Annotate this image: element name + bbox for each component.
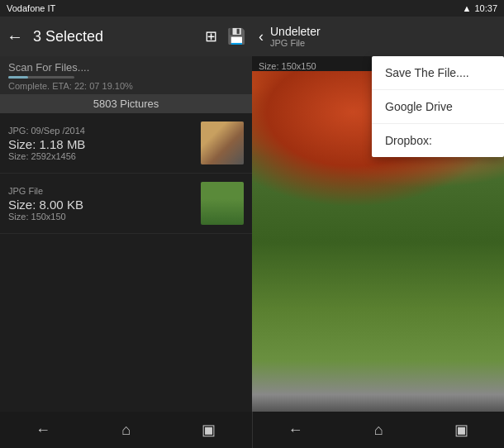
status-bar: Vodafone IT ▲ 10:37	[0, 0, 504, 17]
dropdown-item-gdrive[interactable]: Google Drive	[372, 90, 504, 124]
thumb-image-1	[201, 122, 244, 164]
status-right: ▲ 10:37	[463, 3, 497, 13]
save-icon[interactable]: 💾	[227, 27, 245, 45]
list-item[interactable]: JPG File Size: 8.00 KB Size: 150x150	[0, 174, 252, 234]
dropdown-item-dropbox[interactable]: Dropbox:	[372, 124, 504, 157]
progress-bar-fill	[8, 76, 28, 79]
file-type-2: JPG File	[8, 186, 201, 196]
right-panel: ‹ Undeleter JPG File Save The File.... G…	[252, 17, 504, 412]
right-nav-section: ← ⌂ ▣	[253, 412, 505, 448]
file-thumb-1	[201, 122, 244, 164]
scan-label: Scan For Files....	[8, 61, 244, 74]
file-size-label: Size: 150x150	[259, 61, 316, 71]
list-item[interactable]: JPG: 09/Sep /2014 Size: 1.18 MB Size: 25…	[0, 113, 252, 174]
left-nav-section: ← ⌂ ▣	[0, 412, 253, 448]
pictures-header: 5803 Pictures	[0, 94, 252, 113]
file-info-1: JPG: 09/Sep /2014 Size: 1.18 MB Size: 25…	[8, 126, 201, 161]
right-app-title: Undeleter	[270, 25, 497, 38]
scan-status: Complete. ETA: 22: 07 19.10%	[8, 81, 244, 91]
left-toolbar: ← 3 Selected ⊞ 💾	[0, 17, 252, 56]
file-size-2: Size: 8.00 KB	[8, 198, 201, 212]
left-recents-nav-button[interactable]: ▣	[193, 417, 224, 442]
nav-bar: ← ⌂ ▣ ← ⌂ ▣	[0, 412, 504, 448]
carrier-label: Vodafone IT	[7, 3, 55, 13]
toolbar-icons: ⊞ 💾	[205, 27, 245, 45]
left-home-nav-button[interactable]: ⌂	[113, 418, 139, 442]
left-back-nav-button[interactable]: ←	[27, 418, 59, 442]
wifi-icon: ▲	[463, 3, 472, 13]
dropdown-item-save[interactable]: Save The File....	[372, 56, 504, 90]
dropdown-menu: Save The File.... Google Drive Dropbox:	[372, 56, 504, 157]
right-home-nav-button[interactable]: ⌂	[366, 418, 392, 442]
right-back-button[interactable]: ‹	[259, 28, 264, 45]
right-back-nav-button[interactable]: ←	[280, 418, 311, 442]
file-info-2: JPG File Size: 8.00 KB Size: 150x150	[8, 186, 201, 222]
file-type-1: JPG: 09/Sep /2014	[8, 126, 201, 136]
grid-icon[interactable]: ⊞	[205, 27, 217, 45]
selection-title: 3 Selected	[33, 28, 195, 45]
file-size-1: Size: 1.18 MB	[8, 137, 201, 151]
right-toolbar-info: Undeleter JPG File	[270, 25, 497, 48]
thumb-image-2	[201, 182, 244, 225]
main-content: ← 3 Selected ⊞ 💾 Scan For Files.... Comp…	[0, 17, 504, 412]
right-toolbar: ‹ Undeleter JPG File Save The File.... G…	[252, 17, 504, 56]
scan-bar: Scan For Files.... Complete. ETA: 22: 07…	[0, 56, 252, 94]
file-dim-2: Size: 150x150	[8, 212, 201, 222]
file-thumb-2	[201, 182, 244, 225]
right-file-type: JPG File	[270, 38, 497, 48]
time-label: 10:37	[474, 3, 497, 13]
file-list: JPG: 09/Sep /2014 Size: 1.18 MB Size: 25…	[0, 113, 252, 412]
back-button[interactable]: ←	[7, 27, 23, 46]
right-recents-nav-button[interactable]: ▣	[446, 417, 477, 442]
left-panel: ← 3 Selected ⊞ 💾 Scan For Files.... Comp…	[0, 17, 252, 412]
file-dim-1: Size: 2592x1456	[8, 151, 201, 161]
progress-bar-bg	[8, 76, 74, 79]
